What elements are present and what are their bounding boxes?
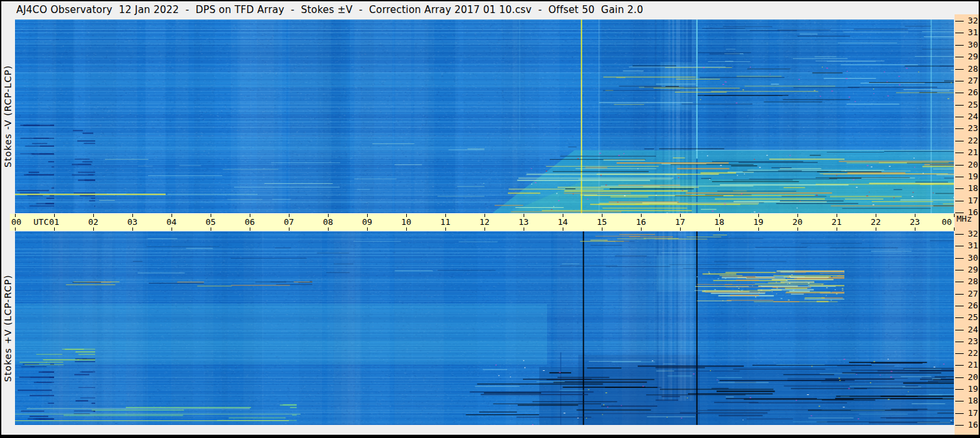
freq-label: 18 — [962, 396, 978, 405]
hour-tick — [797, 227, 798, 231]
freq-label: 30 — [962, 253, 978, 263]
hour-label: 22 — [867, 217, 885, 227]
hour-tick — [837, 227, 837, 231]
hour-label: 11 — [436, 217, 454, 227]
freq-label: 23 — [962, 336, 978, 346]
freq-label: 31 — [962, 27, 978, 37]
hour-label: 06 — [241, 217, 259, 227]
hour-tick — [406, 227, 407, 231]
hour-tick — [15, 227, 16, 231]
freq-label: 26 — [962, 87, 978, 97]
hour-label: 09 — [358, 217, 376, 227]
hour-tick — [289, 227, 290, 231]
hour-label: 18 — [710, 217, 728, 227]
freq-label: 17 — [962, 408, 978, 418]
time-axis: 0001020304050607080910111213141516171819… — [10, 214, 954, 231]
hour-label: 10 — [397, 217, 415, 227]
hour-tick — [758, 227, 759, 231]
time-axis-unit: UTC — [29, 217, 53, 227]
hour-label: 03 — [123, 217, 141, 227]
frequency-axis: 3231302928272625242322212019181716323130… — [955, 14, 980, 437]
freq-label: 24 — [962, 325, 978, 334]
freq-label: 22 — [962, 136, 978, 145]
hour-tick — [132, 227, 133, 231]
hour-label: 00 — [938, 217, 956, 227]
hour-tick — [328, 227, 329, 231]
hour-label: 21 — [827, 217, 846, 227]
hour-tick — [680, 227, 681, 231]
freq-label: 26 — [962, 300, 978, 310]
freq-label: 18 — [962, 183, 978, 193]
hour-label: 16 — [632, 217, 650, 227]
hour-tick — [915, 227, 915, 231]
hour-tick — [211, 227, 211, 231]
hour-label: 02 — [84, 217, 102, 227]
freq-label: 28 — [962, 276, 978, 286]
freq-label: 25 — [962, 312, 978, 322]
hour-label: 00 — [7, 217, 25, 227]
hour-tick — [484, 227, 485, 231]
freq-label: 29 — [962, 265, 978, 274]
hour-tick — [719, 227, 720, 231]
freq-axis-unit: MHz — [957, 214, 972, 224]
freq-label: 21 — [962, 360, 978, 370]
hour-label: 14 — [554, 217, 572, 227]
freq-label: 16 — [962, 420, 978, 430]
freq-label: 22 — [962, 348, 978, 358]
hour-label: 05 — [201, 217, 220, 227]
freq-label: 28 — [962, 64, 978, 74]
freq-label: 20 — [962, 160, 978, 169]
hour-tick — [876, 227, 876, 231]
window-title: AJ4CO Observatory 12 Jan 2022 - DPS on T… — [16, 4, 644, 16]
hour-label: 07 — [280, 217, 298, 227]
hour-label: 15 — [593, 217, 611, 227]
freq-label: 20 — [962, 372, 978, 382]
hour-tick — [171, 227, 172, 231]
hour-label: 17 — [671, 217, 689, 227]
freq-label: 29 — [962, 51, 978, 61]
hour-tick — [93, 227, 94, 231]
spectrogram-stokes-minus-v — [15, 20, 954, 213]
hour-label: 08 — [319, 217, 337, 227]
freq-label: 19 — [962, 171, 978, 181]
freq-label: 32 — [962, 16, 978, 25]
freq-label: 23 — [962, 123, 978, 133]
freq-label: 24 — [962, 111, 978, 121]
hour-label: 19 — [749, 217, 767, 227]
spectrogram-stokes-plus-v — [15, 231, 954, 425]
hour-label: 12 — [475, 217, 494, 227]
bottom-panel-ylabel: Stokes +V (LCP-RCP) — [1, 231, 14, 425]
freq-label: 27 — [962, 76, 978, 85]
freq-label: 25 — [962, 100, 978, 110]
freq-label: 21 — [962, 147, 978, 157]
hour-tick — [54, 227, 55, 231]
dps-app-window: AJ4CO Observatory 12 Jan 2022 - DPS on T… — [0, 0, 980, 438]
freq-label: 30 — [962, 40, 978, 50]
freq-label: 27 — [962, 289, 978, 299]
hour-tick — [445, 227, 446, 231]
freq-label: 31 — [962, 241, 978, 250]
hour-tick — [602, 227, 602, 231]
hour-label: 23 — [906, 217, 924, 227]
hour-tick — [641, 227, 642, 231]
hour-label: 04 — [162, 217, 181, 227]
freq-label: 19 — [962, 384, 978, 394]
freq-label: 17 — [962, 196, 978, 205]
hour-tick — [250, 227, 250, 231]
hour-tick — [367, 227, 368, 231]
hour-label: 13 — [514, 217, 533, 227]
hour-tick — [563, 227, 563, 231]
freq-label: 32 — [962, 229, 978, 239]
hour-label: 20 — [788, 217, 807, 227]
top-panel-ylabel: Stokes -V (RCP-LCP) — [1, 20, 14, 213]
hour-tick — [524, 227, 524, 231]
